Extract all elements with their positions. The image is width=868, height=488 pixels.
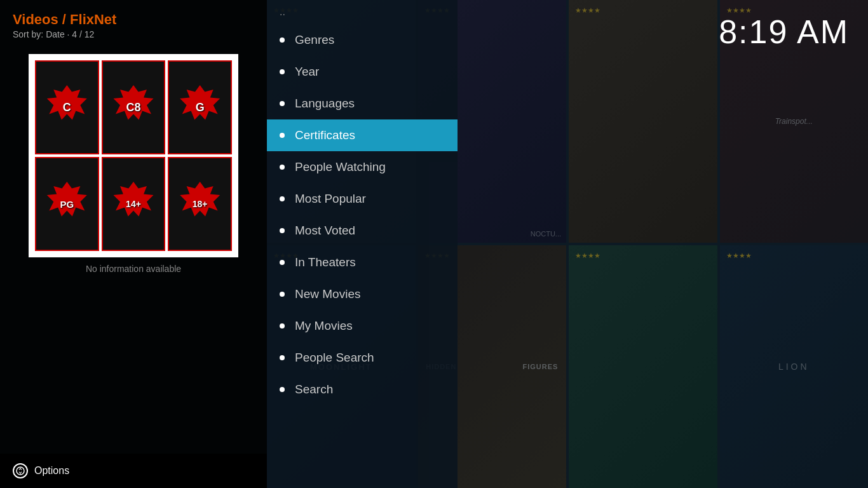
menu-bullet bbox=[280, 292, 285, 297]
poster-2 bbox=[569, 0, 717, 243]
menu-bullet bbox=[280, 37, 285, 43]
menu-item-most-voted[interactable]: Most Voted bbox=[267, 215, 458, 247]
menu-item-label: People Watching bbox=[295, 160, 386, 174]
cert-c8: C8 bbox=[102, 60, 166, 154]
menu-bullet bbox=[280, 260, 285, 265]
page-title: Videos / FlixNet bbox=[13, 11, 254, 28]
menu-item-certificates[interactable]: Certificates bbox=[267, 119, 458, 151]
menu-item-label: Most Popular bbox=[295, 192, 366, 206]
menu-item-label: Most Voted bbox=[295, 224, 355, 238]
menu-item-people-search[interactable]: People Search bbox=[267, 342, 458, 374]
menu-item-label: Search bbox=[295, 383, 333, 396]
menu-bullet bbox=[280, 355, 285, 360]
menu-bullet bbox=[280, 165, 285, 170]
menu-item-my-movies[interactable]: My Movies bbox=[267, 310, 458, 342]
menu-item-most-popular[interactable]: Most Popular bbox=[267, 183, 458, 215]
sort-info: Sort by: Date · 4 / 12 bbox=[13, 29, 254, 39]
menu-list: GenresYearLanguagesCertificatesPeople Wa… bbox=[267, 24, 458, 405]
menu-item-new-movies[interactable]: New Movies bbox=[267, 278, 458, 310]
menu-item-label: Year bbox=[295, 65, 319, 79]
menu-bullet bbox=[280, 387, 285, 392]
cert-18: 18+ bbox=[168, 157, 232, 251]
poster-lion bbox=[720, 245, 869, 488]
menu-item-label: In Theaters bbox=[295, 255, 356, 269]
menu-bullet bbox=[280, 101, 285, 106]
cert-g: G bbox=[168, 60, 232, 154]
menu-item-genres[interactable]: Genres bbox=[267, 24, 458, 56]
menu-bullet bbox=[280, 196, 285, 201]
menu-item-in-theaters[interactable]: In Theaters bbox=[267, 247, 458, 278]
menu-item-label: Genres bbox=[295, 33, 334, 47]
left-panel: Videos / FlixNet Sort by: Date · 4 / 12 … bbox=[0, 0, 267, 488]
options-button[interactable]: Options bbox=[0, 454, 267, 488]
menu-panel: .. GenresYearLanguagesCertificatesPeople… bbox=[267, 0, 458, 488]
parent-nav[interactable]: .. bbox=[267, 0, 458, 24]
cert-c: C bbox=[35, 60, 99, 154]
menu-item-label: My Movies bbox=[295, 319, 353, 333]
cert-pg: PG bbox=[35, 157, 99, 251]
menu-bullet bbox=[280, 69, 285, 74]
cert-14: 14+ bbox=[102, 157, 166, 251]
menu-item-people-watching[interactable]: People Watching bbox=[267, 151, 458, 183]
header: Videos / FlixNet Sort by: Date · 4 / 12 bbox=[0, 0, 267, 44]
no-info-label: No information available bbox=[86, 264, 181, 274]
menu-item-label: Certificates bbox=[295, 128, 355, 142]
menu-item-languages[interactable]: Languages bbox=[267, 88, 458, 119]
clock: 8:19 AM bbox=[719, 13, 849, 51]
menu-item-label: New Movies bbox=[295, 287, 360, 301]
menu-bullet bbox=[280, 133, 285, 138]
menu-item-label: Languages bbox=[295, 97, 355, 111]
certificates-thumbnail: C C8 G PG bbox=[29, 54, 238, 257]
title-prefix: Videos / bbox=[13, 11, 70, 27]
menu-item-search[interactable]: Search bbox=[267, 374, 458, 405]
options-label: Options bbox=[34, 465, 69, 477]
thumbnail-area: C C8 G PG bbox=[0, 44, 267, 283]
menu-bullet bbox=[280, 323, 285, 329]
menu-bullet bbox=[280, 228, 285, 233]
poster-3 bbox=[569, 245, 717, 488]
brand-name: FlixNet bbox=[70, 11, 116, 27]
options-icon bbox=[13, 463, 28, 478]
menu-item-label: People Search bbox=[295, 351, 374, 365]
menu-item-year[interactable]: Year bbox=[267, 56, 458, 88]
